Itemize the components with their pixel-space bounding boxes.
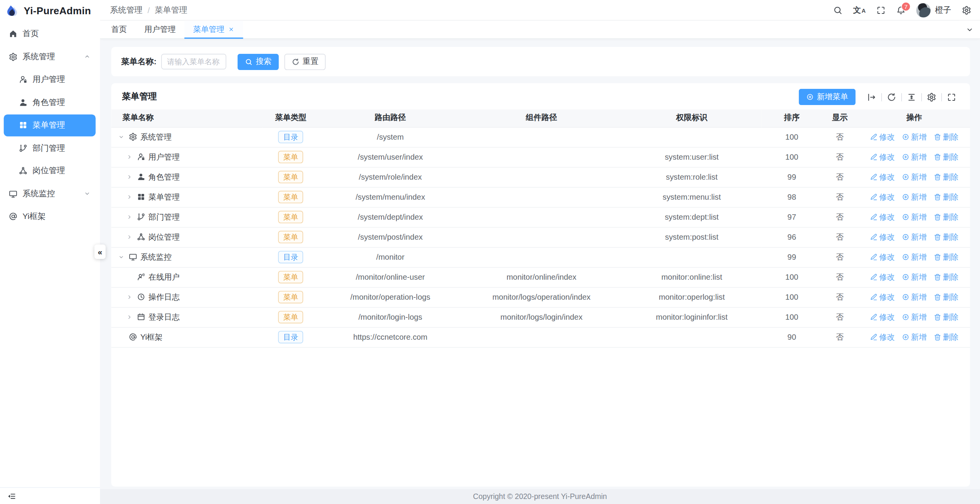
menu-name-cell: 用户管理	[111, 147, 262, 167]
sidebar-collapse-button[interactable]: «	[94, 245, 105, 259]
search-submit-button[interactable]: 搜索	[238, 53, 279, 70]
add-menu-button[interactable]: 新增菜单	[799, 89, 856, 105]
sort-cell: 99	[762, 167, 821, 187]
tab-user[interactable]: 用户管理	[136, 21, 185, 38]
sidebar-item-yiframe[interactable]: Yi框架	[4, 205, 96, 227]
app-root: Yi-PureAdmin 首页系统管理用户管理角色管理菜单管理部门管理岗位管理系…	[0, 0, 980, 504]
sidebar-item-role[interactable]: 角色管理	[4, 91, 96, 113]
menu-name-label: 用户管理	[148, 152, 180, 162]
delete-button[interactable]: 删除	[933, 232, 958, 242]
add-button[interactable]: 新增	[902, 132, 927, 142]
add-button[interactable]: 新增	[902, 192, 927, 202]
tree-cell: 系统管理	[117, 132, 262, 142]
add-button[interactable]: 新增	[902, 332, 927, 342]
expand-arrow[interactable]	[117, 254, 126, 260]
add-button[interactable]: 新增	[902, 292, 927, 302]
plus-circle-icon	[902, 293, 909, 301]
delete-button[interactable]: 删除	[933, 172, 958, 182]
edit-button[interactable]: 修改	[870, 312, 895, 322]
expand-arrow[interactable]	[117, 134, 126, 140]
expand-arrow[interactable]	[125, 234, 134, 240]
visible-cell: 否	[821, 267, 858, 287]
edit-button[interactable]: 修改	[870, 132, 895, 142]
refresh-button[interactable]	[882, 92, 901, 102]
menu-type-cell: 菜单	[262, 287, 319, 307]
density-button[interactable]	[902, 92, 921, 102]
settings-button[interactable]	[962, 5, 971, 15]
delete-button[interactable]: 删除	[933, 252, 958, 262]
menu-name-cell: 角色管理	[111, 167, 262, 187]
expand-arrow[interactable]	[125, 314, 134, 320]
trash-icon	[933, 293, 941, 301]
reset-button[interactable]: 重置	[285, 53, 326, 70]
add-button[interactable]: 新增	[902, 212, 927, 222]
menu-name-cell: 在线用户	[111, 267, 262, 287]
edit-button[interactable]: 修改	[870, 212, 895, 222]
add-button[interactable]: 新增	[902, 172, 927, 182]
actions-cell: 修改新增删除	[859, 267, 970, 287]
expand-arrow[interactable]	[125, 174, 134, 180]
gear-button[interactable]	[922, 92, 941, 102]
edit-button[interactable]: 修改	[870, 332, 895, 342]
edit-button[interactable]: 修改	[870, 252, 895, 262]
gear-icon	[9, 52, 18, 61]
sidebar-item-monitor[interactable]: 系统监控	[4, 183, 96, 205]
tree-cell: Yi框架	[117, 332, 262, 342]
avatar[interactable]	[916, 3, 930, 17]
sidebar-item-home[interactable]: 首页	[4, 23, 96, 45]
sidebar-item-label: 用户管理	[33, 74, 91, 85]
delete-button[interactable]: 删除	[933, 192, 958, 202]
sidebar-item-system[interactable]: 系统管理	[4, 46, 96, 68]
delete-button[interactable]: 删除	[933, 132, 958, 142]
delete-button[interactable]: 删除	[933, 272, 958, 282]
fullscreen-button[interactable]	[876, 5, 885, 15]
tab-menu[interactable]: 菜单管理	[185, 21, 243, 38]
grid-icon	[137, 193, 145, 201]
edit-button[interactable]: 修改	[870, 172, 895, 182]
expand-arrow[interactable]	[125, 214, 134, 220]
search-button[interactable]	[833, 5, 842, 15]
tab-close-button[interactable]	[228, 26, 234, 32]
breadcrumb-item[interactable]: 系统管理	[110, 4, 143, 15]
grid-icon	[19, 121, 28, 130]
delete-button[interactable]: 删除	[933, 292, 958, 302]
add-button[interactable]: 新增	[902, 152, 927, 162]
delete-button[interactable]: 删除	[933, 152, 958, 162]
add-button[interactable]: 新增	[902, 312, 927, 322]
menu-fold-button[interactable]	[7, 491, 16, 501]
expand-arrow[interactable]	[125, 154, 134, 160]
edit-button[interactable]: 修改	[870, 152, 895, 162]
add-button[interactable]: 新增	[902, 232, 927, 242]
type-tag: 菜单	[278, 271, 303, 284]
route-path-cell: /system/menu/index	[319, 187, 462, 207]
delete-button[interactable]: 删除	[933, 332, 958, 342]
edit-button[interactable]: 修改	[870, 272, 895, 282]
tabs-dropdown-button[interactable]	[959, 21, 980, 38]
menu-name-input[interactable]	[161, 54, 226, 70]
sidebar-item-dept[interactable]: 部门管理	[4, 137, 96, 159]
sidebar-item-user[interactable]: 用户管理	[4, 68, 96, 90]
delete-button[interactable]: 删除	[933, 312, 958, 322]
user-menu[interactable]: 橙子	[916, 3, 951, 17]
add-button[interactable]: 新增	[902, 272, 927, 282]
permission-cell: monitor:online:list	[621, 267, 762, 287]
translate-button[interactable]: 文A	[853, 6, 866, 14]
notifications-button[interactable]: 7	[896, 5, 905, 15]
edit-button[interactable]: 修改	[870, 192, 895, 202]
delete-button[interactable]: 删除	[933, 212, 958, 222]
expand-arrow[interactable]	[125, 194, 134, 200]
menu-name-label: 在线用户	[148, 272, 180, 282]
type-tag: 菜单	[278, 171, 303, 184]
full-button[interactable]	[942, 92, 961, 102]
top-navbar: 系统管理 / 菜单管理 文A 7 橙子	[100, 0, 980, 21]
tab-home[interactable]: 首页	[103, 21, 136, 38]
permission-cell: system:menu:list	[621, 187, 762, 207]
sidebar-item-post[interactable]: 岗位管理	[4, 160, 96, 182]
edit-button[interactable]: 修改	[870, 292, 895, 302]
expand-arrow[interactable]	[125, 294, 134, 300]
sidebar-item-menu[interactable]: 菜单管理	[4, 114, 96, 136]
collapse-right-button[interactable]	[862, 92, 881, 102]
add-button[interactable]: 新增	[902, 252, 927, 262]
gear-icon	[129, 133, 137, 141]
edit-button[interactable]: 修改	[870, 232, 895, 242]
